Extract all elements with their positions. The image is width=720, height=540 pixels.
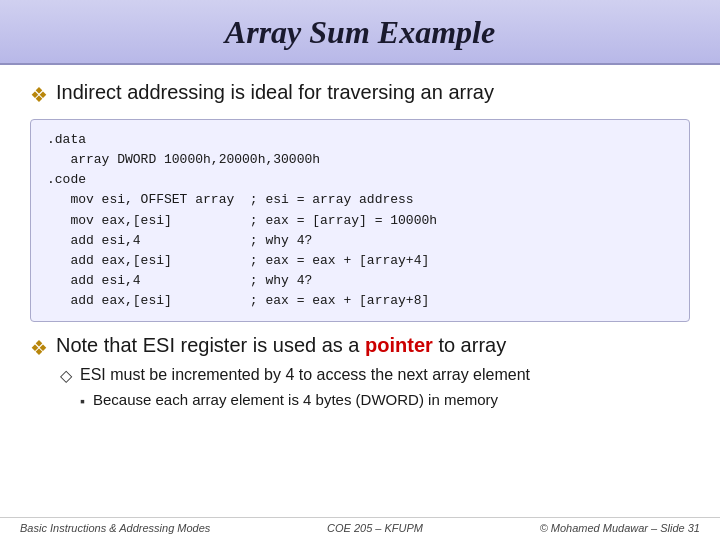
code-line-9: add eax,[esi] ; eax = eax + [array+8] [47, 291, 673, 311]
footer: Basic Instructions & Addressing Modes CO… [0, 517, 720, 540]
bottom-bullet-text: Note that ESI register is used as a poin… [56, 334, 506, 357]
code-line-1: .data [47, 130, 673, 150]
open-diamond-icon: ◇ [60, 366, 72, 385]
square-bullet-icon: ▪ [80, 393, 85, 409]
footer-center: COE 205 – KFUPM [327, 522, 423, 534]
sub-sub-bullet-1: ▪ Because each array element is 4 bytes … [30, 391, 690, 409]
code-stmt: add eax,[esi] [47, 291, 172, 311]
bottom-section: ❖ Note that ESI register is used as a po… [30, 334, 690, 409]
code-comment: ; why 4? [141, 271, 313, 291]
slide: Array Sum Example ❖ Indirect addressing … [0, 0, 720, 540]
sub-sub-bullet-1-text: Because each array element is 4 bytes (D… [93, 391, 498, 408]
diamond-icon: ❖ [30, 83, 48, 107]
sub-bullet-1: ◇ ESI must be incremented by 4 to access… [30, 366, 690, 385]
code-stmt: mov eax,[esi] [47, 211, 172, 231]
slide-title: Array Sum Example [20, 14, 700, 51]
code-line-7: add eax,[esi] ; eax = eax + [array+4] [47, 251, 673, 271]
code-stmt: mov esi, OFFSET array [47, 190, 234, 210]
diamond-icon-2: ❖ [30, 336, 48, 360]
title-bar: Array Sum Example [0, 0, 720, 65]
main-bullet-2: ❖ Note that ESI register is used as a po… [30, 334, 690, 360]
code-stmt: add eax,[esi] [47, 251, 172, 271]
bullet1-text: Indirect addressing is ideal for travers… [56, 81, 494, 104]
code-line-5: mov eax,[esi] ; eax = [array] = 10000h [47, 211, 673, 231]
slide-content: ❖ Indirect addressing is ideal for trave… [0, 65, 720, 517]
code-comment: ; eax = [array] = 10000h [172, 211, 437, 231]
code-block: .data array DWORD 10000h,20000h,30000h .… [30, 119, 690, 322]
code-text: array DWORD 10000h,20000h,30000h [47, 150, 320, 170]
code-stmt: add esi,4 [47, 231, 141, 251]
main-bullet-1: ❖ Indirect addressing is ideal for trave… [30, 81, 690, 107]
code-line-8: add esi,4 ; why 4? [47, 271, 673, 291]
code-text: .data [47, 130, 86, 150]
code-line-4: mov esi, OFFSET array ; esi = array addr… [47, 190, 673, 210]
footer-left: Basic Instructions & Addressing Modes [20, 522, 210, 534]
code-comment: ; eax = eax + [array+8] [172, 291, 429, 311]
code-line-3: .code [47, 170, 673, 190]
code-line-2: array DWORD 10000h,20000h,30000h [47, 150, 673, 170]
sub-bullet-1-text: ESI must be incremented by 4 to access t… [80, 366, 530, 384]
code-comment: ; esi = array address [234, 190, 413, 210]
code-text: .code [47, 170, 86, 190]
footer-right: © Mohamed Mudawar – Slide 31 [540, 522, 700, 534]
code-stmt: add esi,4 [47, 271, 141, 291]
code-comment: ; why 4? [141, 231, 313, 251]
code-line-6: add esi,4 ; why 4? [47, 231, 673, 251]
code-comment: ; eax = eax + [array+4] [172, 251, 429, 271]
